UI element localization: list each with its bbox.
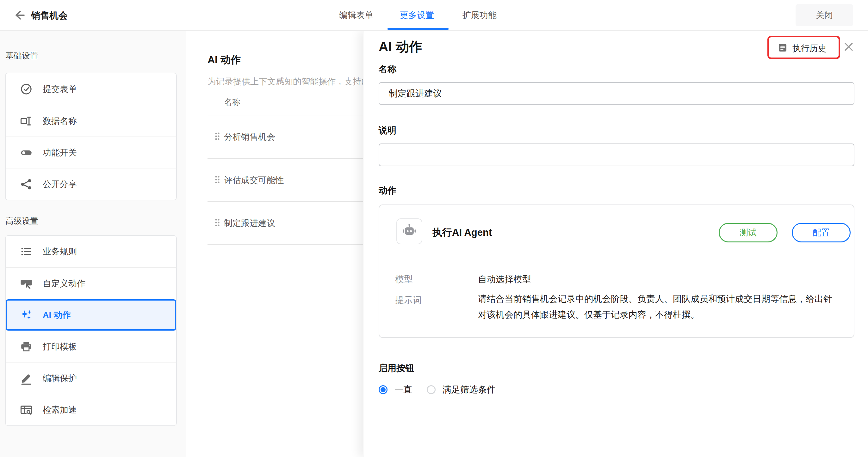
sidebar-item-public-share[interactable]: 公开分享 xyxy=(6,168,176,200)
drag-handle-icon[interactable] xyxy=(214,174,221,186)
ai-sparkle-icon xyxy=(20,308,33,322)
sidebar-item-submit-form[interactable]: 提交表单 xyxy=(6,73,176,105)
list-row-name: 制定跟进建议 xyxy=(224,218,275,229)
drawer-close-button[interactable] xyxy=(842,40,856,54)
sidebar-basic-card: 提交表单 数据名称 功能开关 公开分享 xyxy=(5,73,177,200)
radio-filter-condition[interactable]: 满足筛选条件 xyxy=(427,384,496,396)
custom-action-icon xyxy=(20,277,33,290)
sidebar-item-custom-action[interactable]: 自定义动作 xyxy=(6,267,176,299)
page-title: 销售机会 xyxy=(31,9,68,22)
list-row-name: 评估成交可能性 xyxy=(224,174,284,186)
sidebar-item-print-template[interactable]: 打印模板 xyxy=(6,331,176,362)
tab-more-settings[interactable]: 更多设置 xyxy=(399,0,435,30)
ai-agent-action-card: 执行AI Agent 测试 配置 模型 自动选择模型 提示词 请结合当前销售机会… xyxy=(379,204,855,338)
sidebar-section-basic: 基础设置 xyxy=(5,50,38,61)
check-circle-icon xyxy=(20,83,33,96)
share-icon xyxy=(20,177,33,191)
model-value: 自动选择模型 xyxy=(478,273,531,285)
sidebar-item-business-rules[interactable]: 业务规则 xyxy=(6,236,176,267)
radio-unselected-icon xyxy=(427,385,436,394)
model-label: 模型 xyxy=(395,273,413,285)
sidebar-item-label: AI 动作 xyxy=(43,309,71,321)
settings-sidebar: 基础设置 提交表单 数据名称 功能开关 公开分享 高级设置 xyxy=(0,31,186,457)
close-page-button[interactable]: 关闭 xyxy=(796,4,853,26)
tab-extensions[interactable]: 扩展功能 xyxy=(462,0,498,30)
config-button[interactable]: 配置 xyxy=(792,223,850,242)
radio-label: 满足筛选条件 xyxy=(442,384,496,396)
drag-handle-icon[interactable] xyxy=(214,218,221,229)
sidebar-item-ai-action[interactable]: AI 动作 xyxy=(6,299,176,331)
description-field-label: 说明 xyxy=(379,125,396,136)
document-icon xyxy=(777,42,788,54)
robot-icon-box xyxy=(396,218,422,244)
radio-label: 一直 xyxy=(395,384,412,396)
close-icon xyxy=(843,41,855,54)
list-icon xyxy=(20,245,33,258)
search-accelerate-icon xyxy=(20,403,33,417)
top-bar: 销售机会 编辑表单 更多设置 扩展功能 关闭 xyxy=(0,0,868,31)
active-tab-underline xyxy=(388,28,448,30)
sidebar-item-label: 检索加速 xyxy=(43,404,77,416)
printer-icon xyxy=(20,340,33,353)
drawer-title: AI 动作 xyxy=(379,38,422,56)
sidebar-item-edit-protection[interactable]: 编辑保护 xyxy=(6,362,176,394)
radio-selected-icon xyxy=(379,385,388,394)
execution-history-button[interactable]: 执行历史 xyxy=(775,38,829,58)
robot-icon xyxy=(401,223,417,240)
name-field-label: 名称 xyxy=(379,63,396,75)
drag-handle-icon[interactable] xyxy=(214,131,221,142)
back-button[interactable] xyxy=(11,8,27,23)
sidebar-item-label: 自定义动作 xyxy=(43,278,85,289)
sidebar-item-label: 业务规则 xyxy=(43,246,77,257)
execution-history-label: 执行历史 xyxy=(793,43,827,54)
sidebar-item-feature-toggle[interactable]: 功能开关 xyxy=(6,136,176,168)
agent-card-title: 执行AI Agent xyxy=(432,226,492,239)
sidebar-item-search-acceleration[interactable]: 检索加速 xyxy=(6,394,176,425)
list-panel-description: 为记录提供上下文感知的智能操作，支持内 xyxy=(208,76,370,87)
pencil-icon xyxy=(20,372,33,385)
sidebar-item-label: 打印模板 xyxy=(43,341,77,352)
sidebar-item-label: 公开分享 xyxy=(43,178,77,190)
sidebar-item-label: 功能开关 xyxy=(43,147,77,158)
prompt-label: 提示词 xyxy=(395,294,422,306)
sidebar-section-advanced: 高级设置 xyxy=(5,216,38,227)
back-arrow-icon xyxy=(13,9,25,23)
name-input[interactable] xyxy=(379,82,855,105)
tab-edit-form[interactable]: 编辑表单 xyxy=(338,0,375,30)
enable-condition-radio-group: 一直 满足筛选条件 xyxy=(379,384,496,396)
enable-button-label: 启用按钮 xyxy=(379,362,414,374)
sidebar-item-data-name[interactable]: 数据名称 xyxy=(6,105,176,136)
description-input[interactable] xyxy=(379,143,855,166)
sidebar-item-label: 编辑保护 xyxy=(43,372,77,384)
rename-icon xyxy=(20,115,33,128)
sidebar-advanced-card: 业务规则 自定义动作 AI 动作 打印模板 编辑保护 xyxy=(5,235,177,426)
prompt-value: 请结合当前销售机会记录中的机会阶段、负责人、团队成员和预计成交日期等信息，给出针… xyxy=(478,291,840,323)
column-header-name: 名称 xyxy=(224,97,240,108)
sidebar-item-label: 提交表单 xyxy=(43,84,77,95)
test-button[interactable]: 测试 xyxy=(719,223,778,242)
toggle-icon xyxy=(20,146,33,159)
radio-always[interactable]: 一直 xyxy=(379,384,412,396)
ai-action-detail-drawer: AI 动作 执行历史 名称 说明 动作 执行AI Agent 测试 配置 模型 … xyxy=(363,31,868,457)
sidebar-item-label: 数据名称 xyxy=(43,116,77,127)
list-row-name: 分析销售机会 xyxy=(224,131,275,142)
list-panel-title: AI 动作 xyxy=(208,53,241,67)
action-section-label: 动作 xyxy=(379,185,396,197)
